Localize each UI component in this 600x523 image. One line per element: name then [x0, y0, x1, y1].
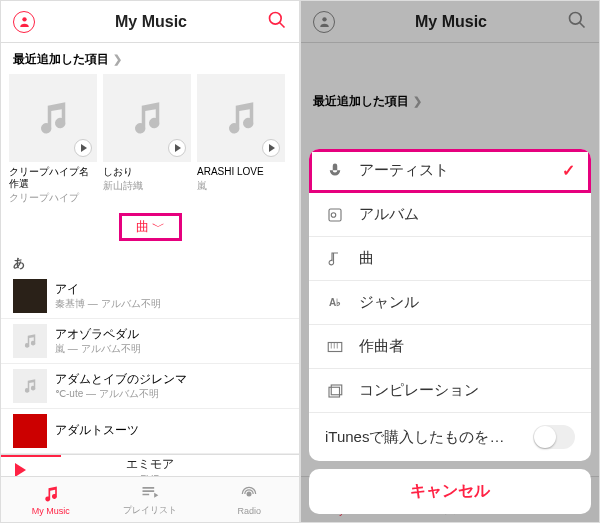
album-title: クリープハイプ名作選 — [9, 166, 97, 190]
search-icon[interactable] — [267, 10, 287, 33]
song-row[interactable]: アダルトスーツ — [1, 409, 299, 454]
play-icon[interactable] — [262, 139, 280, 157]
sheet-option-composers[interactable]: 作曲者 — [309, 325, 591, 369]
song-thumbnail — [13, 324, 47, 358]
sort-selector[interactable]: 曲 ﹀ — [119, 213, 182, 241]
svg-point-0 — [22, 17, 26, 21]
cancel-button[interactable]: キャンセル — [309, 469, 591, 514]
recent-albums-row: クリープハイプ名作選 クリープハイプ しおり 新山詩織 — [1, 74, 299, 205]
song-thumbnail — [13, 369, 47, 403]
song-title: アダムとイブのジレンマ — [55, 372, 187, 388]
index-letter: あ — [1, 249, 299, 274]
song-title: アオゾラペダル — [55, 327, 141, 343]
tab-label: Radio — [238, 506, 262, 516]
song-title: アイ — [55, 282, 161, 298]
sheet-option-artists[interactable]: アーティスト ✓ — [309, 149, 591, 193]
album-artist: 新山詩織 — [103, 179, 191, 193]
sheet-option-label: コンピレーション — [359, 381, 479, 400]
song-row[interactable]: アオゾラペダル 嵐 — アルバム不明 — [1, 319, 299, 364]
cancel-label: キャンセル — [410, 482, 490, 499]
chevron-right-icon: ❯ — [113, 53, 122, 66]
play-icon[interactable] — [74, 139, 92, 157]
song-artist: 嵐 — アルバム不明 — [55, 342, 141, 355]
svg-rect-10 — [328, 342, 342, 351]
recently-added-header[interactable]: 最近追加した項目 ❯ — [1, 43, 299, 74]
tab-label: My Music — [32, 506, 70, 516]
genre-icon: A♭ — [325, 297, 345, 308]
tab-playlists[interactable]: プレイリスト — [100, 477, 199, 522]
album-cover[interactable] — [9, 74, 97, 162]
microphone-icon — [325, 162, 345, 180]
sheet-option-label: アーティスト — [359, 161, 449, 180]
song-artist: ℃-ute — アルバム不明 — [55, 387, 187, 400]
nav-bar: My Music — [1, 1, 299, 43]
album-icon — [325, 206, 345, 224]
album-card[interactable]: しおり 新山詩織 — [103, 74, 191, 205]
song-title: アダルトスーツ — [55, 423, 139, 439]
now-playing-bar[interactable]: エミモア FLIP — [1, 454, 299, 476]
song-thumbnail — [13, 279, 47, 313]
sort-label: 曲 — [136, 218, 149, 236]
album-title: ARASHI LOVE — [197, 166, 285, 178]
tab-my-music[interactable]: My Music — [1, 477, 100, 522]
song-artist: 秦基博 — アルバム不明 — [55, 297, 161, 310]
svg-rect-15 — [331, 385, 342, 395]
song-thumbnail — [13, 414, 47, 448]
svg-line-2 — [279, 23, 284, 28]
piano-icon — [325, 338, 345, 356]
chevron-down-icon: ﹀ — [152, 218, 165, 236]
left-screenshot: My Music 最近追加した項目 ❯ クリープハイプ名作選 クリープハイプ — [0, 0, 300, 523]
song-row[interactable]: アイ 秦基博 — アルバム不明 — [1, 274, 299, 319]
svg-point-9 — [331, 212, 336, 217]
toggle-switch[interactable] — [533, 425, 575, 449]
sheet-option-songs[interactable]: 曲 — [309, 237, 591, 281]
sheet-option-label: ジャンル — [359, 293, 419, 312]
right-screenshot: My Music 最近追加した項目 ❯ My Music プレイリスト Radi… — [300, 0, 600, 523]
sheet-option-label: 作曲者 — [359, 337, 404, 356]
tab-radio[interactable]: Radio — [200, 477, 299, 522]
album-artist: クリープハイプ — [9, 191, 97, 205]
album-cover[interactable] — [197, 74, 285, 162]
svg-point-3 — [247, 491, 252, 496]
play-icon[interactable] — [15, 463, 26, 477]
svg-point-1 — [269, 13, 281, 25]
album-artist: 嵐 — [197, 179, 285, 193]
sheet-option-genres[interactable]: A♭ ジャンル — [309, 281, 591, 325]
checkmark-icon: ✓ — [562, 161, 575, 180]
sort-action-sheet: アーティスト ✓ アルバム 曲 A♭ ジャンル 作曲者 — [309, 149, 591, 514]
album-title: しおり — [103, 166, 191, 178]
svg-rect-14 — [329, 387, 340, 397]
progress-bar[interactable] — [1, 455, 61, 457]
page-title: My Music — [115, 13, 187, 31]
song-row[interactable]: アダムとイブのジレンマ ℃-ute — アルバム不明 — [1, 364, 299, 409]
album-card[interactable]: ARASHI LOVE 嵐 — [197, 74, 285, 205]
now-playing-title: エミモア — [126, 456, 174, 473]
sheet-option-compilations[interactable]: コンピレーション — [309, 369, 591, 413]
sheet-option-albums[interactable]: アルバム — [309, 193, 591, 237]
note-icon — [325, 250, 345, 268]
tab-bar: My Music プレイリスト Radio — [1, 476, 299, 522]
sheet-option-label: 曲 — [359, 249, 374, 268]
profile-icon[interactable] — [13, 11, 35, 33]
tab-label: プレイリスト — [123, 504, 177, 517]
recently-added-label: 最近追加した項目 — [13, 51, 109, 68]
sheet-option-label: iTunesで購入したものを… — [325, 428, 504, 447]
album-cover[interactable] — [103, 74, 191, 162]
play-icon[interactable] — [168, 139, 186, 157]
sheet-option-purchased[interactable]: iTunesで購入したものを… — [309, 413, 591, 461]
compilation-icon — [325, 382, 345, 400]
album-card[interactable]: クリープハイプ名作選 クリープハイプ — [9, 74, 97, 205]
sheet-option-label: アルバム — [359, 205, 419, 224]
